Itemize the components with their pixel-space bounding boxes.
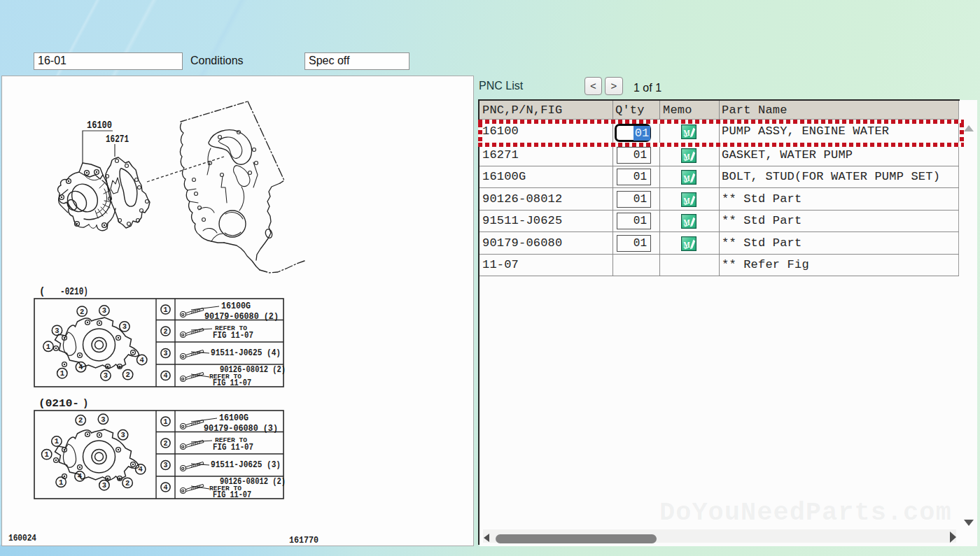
svg-text:FIG 11-07: FIG 11-07 (213, 490, 251, 500)
svg-text:2: 2 (78, 416, 83, 425)
svg-text:3: 3 (102, 306, 106, 315)
svg-text:FIG 11-07: FIG 11-07 (213, 442, 253, 452)
svg-text:FIG 11-07: FIG 11-07 (213, 330, 253, 341)
svg-text:(: ( (39, 286, 45, 297)
svg-text:3: 3 (163, 462, 167, 469)
svg-text:91511-J0625 (3): 91511-J0625 (3) (211, 459, 281, 470)
svg-text:16100G: 16100G (221, 301, 251, 311)
svg-text:3: 3 (122, 322, 127, 331)
svg-text:4: 4 (163, 484, 167, 492)
svg-text:): ) (83, 398, 88, 409)
svg-text:4: 4 (78, 472, 82, 480)
svg-text:(0210-: (0210- (38, 398, 79, 409)
svg-text:91511-J0625 (4): 91511-J0625 (4) (211, 348, 281, 358)
svg-text:161770: 161770 (289, 536, 318, 546)
svg-text:4: 4 (140, 356, 144, 364)
svg-text:1: 1 (46, 343, 50, 351)
svg-text:160024: 160024 (8, 534, 36, 543)
svg-text:2: 2 (125, 479, 130, 487)
svg-text:2: 2 (80, 308, 84, 316)
svg-text:90179-06080 (3): 90179-06080 (3) (204, 423, 278, 434)
svg-text:2: 2 (163, 440, 167, 448)
svg-text:1: 1 (163, 418, 167, 426)
svg-text:1: 1 (45, 450, 49, 459)
svg-text:4: 4 (78, 363, 83, 371)
svg-text:3: 3 (101, 415, 105, 424)
svg-text:1: 1 (55, 437, 59, 445)
svg-text:2: 2 (125, 371, 130, 379)
svg-text:1: 1 (59, 478, 63, 487)
svg-text:4: 4 (139, 465, 143, 473)
svg-text:3: 3 (55, 327, 59, 335)
svg-text:FIG 11-07: FIG 11-07 (213, 378, 251, 388)
svg-text:3: 3 (120, 431, 125, 439)
svg-text:90179-06080 (2): 90179-06080 (2) (204, 311, 279, 322)
svg-text:2: 2 (163, 328, 167, 336)
svg-text:16271: 16271 (106, 134, 129, 145)
svg-text:1: 1 (60, 369, 64, 378)
svg-text:1: 1 (163, 306, 167, 314)
svg-text:3: 3 (104, 371, 108, 380)
svg-text:3: 3 (163, 350, 167, 357)
svg-text:-0210): -0210) (60, 286, 88, 297)
svg-text:3: 3 (102, 481, 106, 490)
svg-text:4: 4 (163, 372, 167, 380)
svg-text:16100G: 16100G (219, 413, 248, 423)
svg-text:16100: 16100 (87, 120, 112, 131)
